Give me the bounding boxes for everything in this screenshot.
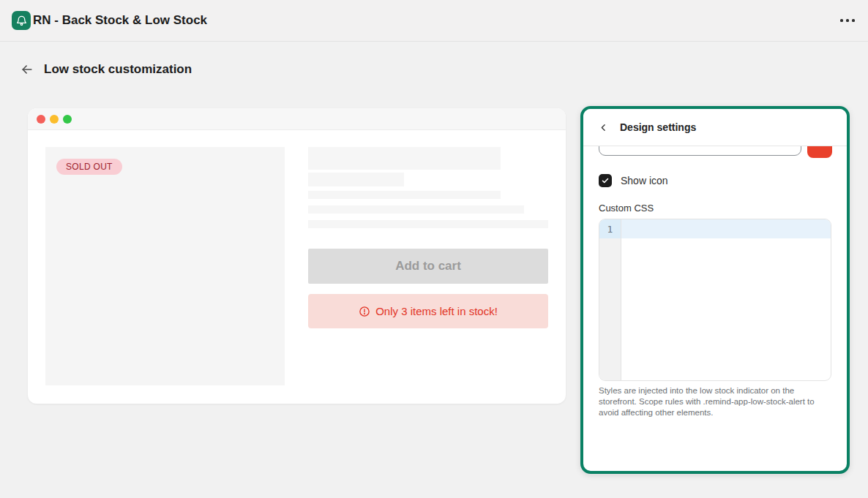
editor-active-line[interactable] xyxy=(621,219,831,238)
line-number: 1 xyxy=(599,219,621,238)
editor-text-area[interactable] xyxy=(621,219,831,380)
app-title: RN - Back Stock & Low Stock xyxy=(33,13,207,28)
add-to-cart-button: Add to cart xyxy=(308,249,548,284)
app-top-bar: RN - Back Stock & Low Stock xyxy=(0,0,868,42)
custom-css-editor[interactable]: 1 xyxy=(599,219,831,381)
skeleton-line xyxy=(308,220,548,228)
sold-out-badge: SOLD OUT xyxy=(56,159,122,175)
custom-css-help-text: Styles are injected into the low stock i… xyxy=(599,385,834,419)
bell-icon xyxy=(12,11,31,30)
editor-line-number-gutter: 1 xyxy=(599,219,621,380)
design-settings-panel: Design settings Show icon Custom CSS 1 S… xyxy=(580,106,850,474)
skeleton-line xyxy=(308,173,404,186)
arrow-left-icon[interactable] xyxy=(19,61,35,78)
show-icon-checkbox-row[interactable]: Show icon xyxy=(599,174,668,187)
browser-window-body: SOLD OUT Add to cart Only 3 items left i… xyxy=(28,130,566,403)
low-stock-alert-banner: Only 3 items left in stock! xyxy=(308,294,548,328)
show-icon-label: Show icon xyxy=(621,175,668,186)
custom-css-label: Custom CSS xyxy=(599,203,654,214)
product-image-placeholder: SOLD OUT xyxy=(45,147,285,385)
design-settings-header: Design settings xyxy=(583,109,847,146)
design-settings-content: Show icon Custom CSS 1 Styles are inject… xyxy=(583,146,847,468)
skeleton-line xyxy=(308,147,501,170)
alert-circle-icon xyxy=(359,306,370,317)
text-input-partially-scrolled[interactable] xyxy=(599,146,801,156)
traffic-dot-yellow-icon xyxy=(50,115,59,124)
show-icon-checkbox[interactable] xyxy=(599,174,612,187)
color-swatch-button[interactable] xyxy=(807,146,832,158)
design-settings-title: Design settings xyxy=(620,121,696,133)
page-title: Low stock customization xyxy=(44,62,192,77)
low-stock-alert-text: Only 3 items left in stock! xyxy=(375,305,498,317)
page-header: Low stock customization xyxy=(19,61,192,78)
traffic-dot-green-icon xyxy=(63,115,72,124)
checkmark-icon xyxy=(601,176,610,185)
skeleton-line xyxy=(308,191,501,199)
skeleton-line xyxy=(308,205,524,214)
chevron-left-icon[interactable] xyxy=(596,121,610,134)
horizontal-dots-icon[interactable] xyxy=(837,15,858,26)
storefront-preview-card: SOLD OUT Add to cart Only 3 items left i… xyxy=(28,108,566,404)
traffic-dot-red-icon xyxy=(37,115,45,124)
browser-window-header xyxy=(28,108,566,130)
